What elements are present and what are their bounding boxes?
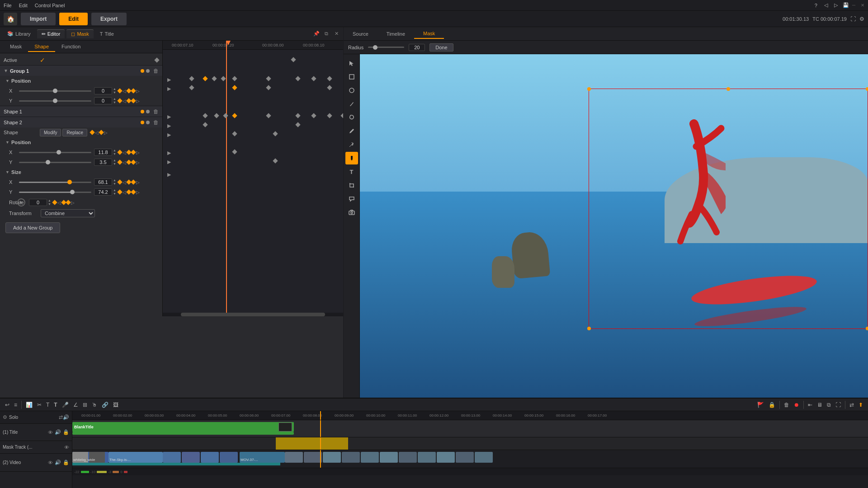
group1-delete[interactable]: 🗑 [153,68,159,74]
title-audio-icon[interactable]: 🔊 [55,429,61,435]
kf-posy-3[interactable] [266,85,271,90]
y-thumb-group[interactable] [53,99,57,103]
sizex-kf-prev[interactable]: ◁ [123,180,126,185]
x-kf-shape[interactable] [117,150,122,155]
bt-export2[interactable]: ⬆ [857,401,864,409]
title-lock-icon[interactable]: 🔒 [63,429,69,435]
kf-posx-5[interactable] [232,76,237,81]
kf-shape-4[interactable] [232,113,237,118]
tool-brush[interactable] [345,125,358,137]
bt-left-arrow[interactable]: ⇤ [807,401,814,409]
rotate-arrows[interactable]: ▲ ▼ [48,199,51,206]
menu-edit[interactable]: Edit [19,3,28,8]
kf-shape-8[interactable] [327,113,332,118]
kf-shape-7[interactable] [311,113,316,118]
y-up-group[interactable]: ▲ [113,97,116,101]
menu-file[interactable]: File [4,3,12,8]
kf-sizey-1[interactable] [273,158,278,163]
tool-ellipse[interactable] [345,84,358,97]
sizey-thumb[interactable] [70,190,75,194]
video-audio-icon[interactable]: 🔊 [55,460,61,465]
bt-lock[interactable]: 🔒 [767,401,777,409]
kf-active[interactable] [291,57,296,62]
rotate-down[interactable]: ▼ [48,202,51,206]
kf-posx-3[interactable] [212,76,217,81]
x-track-shape[interactable] [19,152,91,153]
kf-posy-2[interactable] [232,85,237,90]
bt-pip[interactable]: ⧉ [826,401,832,409]
clip-r7[interactable] [399,452,417,463]
sizex-arrows[interactable]: ▲ ▼ [113,178,116,186]
bt-flag[interactable]: 🚩 [756,401,765,409]
x-kf3-group[interactable] [131,88,136,93]
sizey-arrows[interactable]: ▲ ▼ [113,188,116,196]
bt-del[interactable]: 🗑 [783,401,791,409]
x-input-group[interactable]: 0 [94,87,112,94]
pos-y-timeline-arrow[interactable]: ▶ [167,86,171,92]
x-up-shape[interactable]: ▲ [113,149,116,152]
add-group-button[interactable]: Add a New Group [5,222,60,233]
clip-thumb-4[interactable] [220,452,238,463]
clip-thumb-3[interactable] [201,452,219,463]
tool-lasso[interactable] [345,111,358,124]
rotate-kf-next[interactable]: ▷ [71,200,75,205]
track-settings-icon[interactable]: ⚙ [3,414,7,420]
kf-posx-7[interactable] [295,76,300,81]
forward-icon[interactable]: ▷ [832,2,840,9]
clip-r11[interactable] [475,452,493,463]
kf-posx-4[interactable] [221,76,226,81]
bt-monitor[interactable]: 🖥 [816,401,824,409]
tab-mask[interactable]: ◻ Mask [66,29,93,38]
shape1-delete[interactable]: 🗑 [153,108,159,115]
title-eye-icon[interactable]: 👁 [48,430,53,435]
sizex-up[interactable]: ▲ [113,178,116,182]
sizex-down[interactable]: ▼ [113,182,116,186]
tool-pen[interactable] [345,98,358,110]
export-button[interactable]: Export [91,13,127,25]
kf-posx-8[interactable] [311,76,316,81]
y-input-shape[interactable] [94,159,112,166]
x-kf-next-shape[interactable]: ▷ [136,150,140,155]
kf-sx-2[interactable] [295,122,300,127]
pin-icon[interactable]: 📌 [312,30,321,38]
y-thumb-shape[interactable] [46,160,50,164]
y-kf-next-group[interactable]: ▷ [136,99,140,103]
kf-scrollbar-thumb[interactable] [181,313,325,316]
sizex-kf-next[interactable]: ▷ [136,180,140,185]
x-track-group[interactable] [19,90,91,92]
shape-kf-prev[interactable]: ◁ [95,130,99,135]
fullscreen-icon[interactable]: ⛶ [850,16,856,22]
mask-yellow-clip[interactable] [276,437,348,450]
inner-tab-mask[interactable]: Mask [4,42,28,52]
kf-sy-1[interactable] [232,131,237,136]
clip-r2[interactable] [304,452,322,463]
pos-x-timeline-arrow[interactable]: ▶ [167,77,171,83]
menu-control-panel[interactable]: Control Panel [35,3,65,8]
bt-settings[interactable]: ≡ [13,401,19,409]
shape-kf2[interactable] [99,130,104,135]
bt-fullscreen[interactable]: ⛶ [834,401,842,409]
y-kf-group[interactable] [117,98,122,103]
x-thumb-group[interactable] [53,89,57,93]
kf-posx-6[interactable] [266,76,271,81]
kf-posx-1[interactable] [189,76,194,81]
shape-timeline-arrow[interactable]: ▶ [167,114,171,120]
sizex-track[interactable] [19,182,91,183]
bt-image[interactable]: 🖼 [112,401,120,409]
settings-icon[interactable]: ⚙ [859,16,864,22]
bt-text[interactable]: T [45,401,51,409]
clip-r9[interactable] [437,452,455,463]
y-down-shape[interactable]: ▼ [113,162,116,166]
modify-button[interactable]: Modify [40,129,61,136]
edit-button[interactable]: Edit [59,13,88,25]
home-button[interactable]: 🏠 [4,13,17,25]
bt-angle[interactable]: ∠ [72,401,80,409]
window-close[interactable]: ✕ [861,3,864,8]
video-eye-icon[interactable]: 👁 [48,460,53,465]
timeline-tab[interactable]: Timeline [377,29,414,38]
video-clip-sky[interactable]: The-Sky-is-... [108,452,163,463]
rotate-input[interactable]: 0 [29,199,47,206]
y-kf-prev-shape[interactable]: ◁ [123,160,126,165]
x-up-group[interactable]: ▲ [113,87,116,91]
tab-library[interactable]: 📚 Library [3,29,35,38]
